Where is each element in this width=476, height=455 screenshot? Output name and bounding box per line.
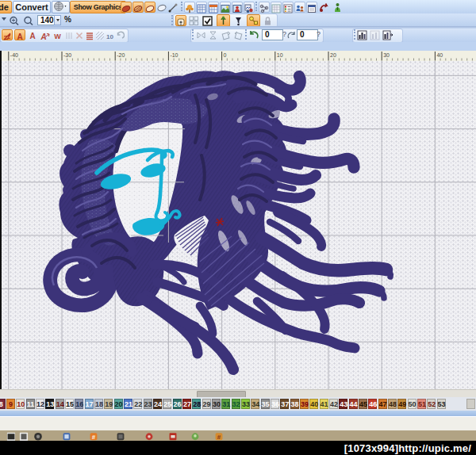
svg-text:-10: -10 [170, 52, 178, 58]
svg-text:A: A [29, 32, 35, 40]
svg-text:10: 10 [106, 33, 113, 40]
svg-text:10: 10 [277, 52, 283, 58]
svg-text:-20: -20 [117, 52, 125, 58]
svg-text:#: # [217, 434, 221, 441]
svg-text:A: A [40, 32, 46, 41]
svg-text:40: 40 [436, 52, 443, 58]
svg-text:0: 0 [224, 52, 227, 58]
svg-text:-30: -30 [63, 52, 71, 58]
svg-text:20: 20 [330, 52, 336, 58]
svg-text:A: A [17, 32, 22, 41]
svg-text:W: W [54, 32, 61, 40]
svg-text:#: # [92, 434, 96, 441]
svg-text:-40: -40 [10, 52, 18, 58]
svg-text:30: 30 [383, 52, 390, 58]
